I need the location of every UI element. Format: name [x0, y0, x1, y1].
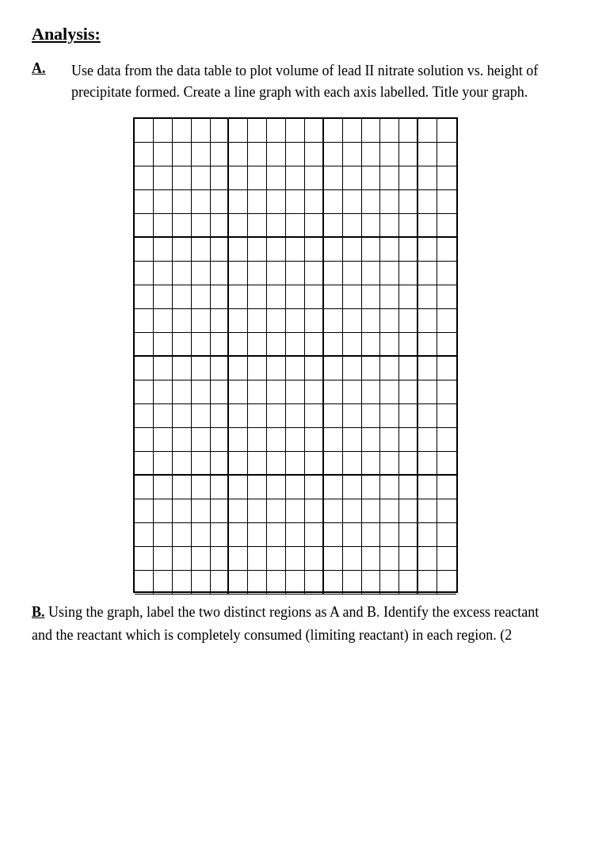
section-b-label: B. [32, 604, 45, 620]
grid-cell [418, 119, 437, 143]
grid-cell [343, 380, 362, 404]
grid-cell [173, 452, 192, 476]
grid-cell [229, 262, 248, 285]
grid-cell [286, 285, 305, 309]
page-container: Analysis: A. Use data from the data tabl… [0, 0, 591, 868]
grid-cell [173, 357, 192, 380]
grid-cell [192, 357, 211, 380]
grid-cell [192, 285, 211, 309]
grid-cell [248, 571, 267, 595]
grid-cell [248, 143, 267, 166]
grid-cell [154, 309, 173, 333]
grid-cell [173, 499, 192, 523]
grid-cell [286, 333, 305, 357]
grid-cell [286, 143, 305, 166]
grid-cell [362, 380, 381, 404]
grid-cell [286, 547, 305, 571]
grid-cell [399, 499, 418, 523]
grid-cell [135, 166, 154, 190]
grid-cell [343, 523, 362, 547]
grid-cell [418, 547, 437, 571]
grid-cell [267, 404, 286, 428]
grid-cell [324, 238, 343, 262]
grid-cell [267, 547, 286, 571]
grid-cell [229, 238, 248, 262]
grid-cell [343, 357, 362, 380]
grid-cell [380, 143, 399, 166]
grid-cell [229, 166, 248, 190]
grid-cell [192, 476, 211, 499]
grid-cell [324, 214, 343, 238]
grid-cell [192, 404, 211, 428]
grid-cell [173, 214, 192, 238]
grid-cell [248, 333, 267, 357]
grid-cell [324, 285, 343, 309]
grid-cell [211, 214, 230, 238]
grid-cell [380, 262, 399, 285]
grid-cell [154, 547, 173, 571]
grid-cell [305, 499, 324, 523]
grid-cell [211, 190, 230, 214]
grid-cell [437, 309, 456, 333]
grid-cell [173, 262, 192, 285]
grid-cell [362, 523, 381, 547]
grid-cell [399, 285, 418, 309]
grid-cell [380, 333, 399, 357]
grid-cell [154, 333, 173, 357]
grid-cell [399, 262, 418, 285]
grid-cell [324, 428, 343, 452]
grid-cell [418, 333, 437, 357]
grid-cell [380, 523, 399, 547]
grid-cell [192, 380, 211, 404]
grid-cell [229, 357, 248, 380]
grid-cell [154, 476, 173, 499]
grid-cell [229, 309, 248, 333]
grid-cell [437, 523, 456, 547]
grid-cell [173, 309, 192, 333]
grid-cell [267, 476, 286, 499]
grid-cell [399, 143, 418, 166]
grid-cell [192, 452, 211, 476]
grid-cell [192, 309, 211, 333]
section-title: Analysis: [32, 24, 559, 44]
grid-cell [362, 119, 381, 143]
grid-cell [324, 166, 343, 190]
grid-cell [399, 190, 418, 214]
grid-cell [154, 166, 173, 190]
grid-cell [211, 119, 230, 143]
grid-cell [248, 428, 267, 452]
grid-cell [135, 262, 154, 285]
grid-cell [362, 333, 381, 357]
grid-cell [343, 262, 362, 285]
grid-cell [324, 143, 343, 166]
grid-cell [399, 404, 418, 428]
grid-cell [437, 333, 456, 357]
grid-cell [399, 333, 418, 357]
grid-cell [154, 119, 173, 143]
grid-cell [211, 238, 230, 262]
grid-cell [267, 262, 286, 285]
grid-cell [380, 190, 399, 214]
grid-cell [267, 190, 286, 214]
grid-cell [267, 238, 286, 262]
grid-cell [135, 119, 154, 143]
grid-cell [248, 285, 267, 309]
grid-cell [418, 309, 437, 333]
grid-cell [362, 238, 381, 262]
grid-cell [418, 238, 437, 262]
grid-cell [248, 523, 267, 547]
grid-cell [437, 143, 456, 166]
grid-cell [343, 309, 362, 333]
grid-cell [324, 523, 343, 547]
question-a-label: A. [32, 60, 71, 103]
grid-cell [286, 523, 305, 547]
grid-cell [211, 166, 230, 190]
grid-cell [248, 119, 267, 143]
grid-cell [343, 166, 362, 190]
grid-cell [399, 214, 418, 238]
grid-cell [437, 452, 456, 476]
grid-cell [380, 547, 399, 571]
grid-cell [418, 166, 437, 190]
grid-cell [437, 404, 456, 428]
grid-cell [229, 523, 248, 547]
